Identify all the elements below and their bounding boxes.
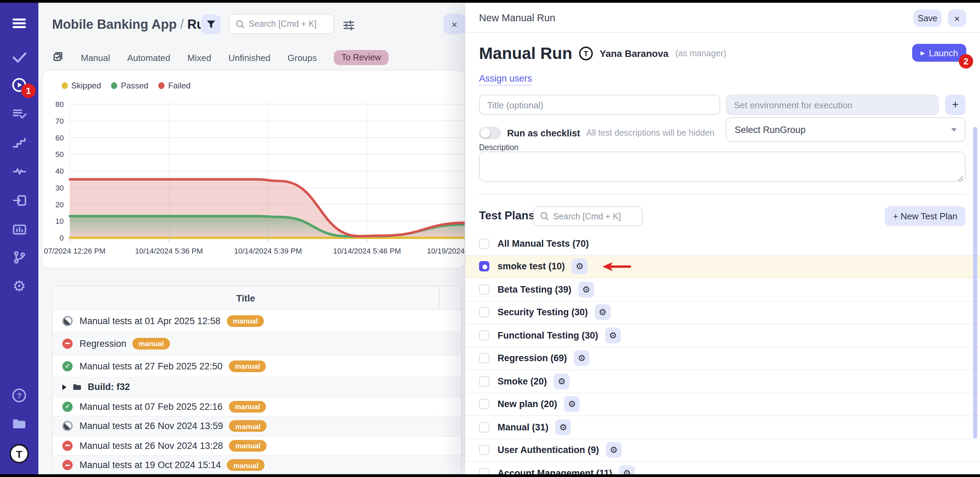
select-runs-icon[interactable] [52,50,64,65]
test-plan-row[interactable]: Security Testing (30)⚙ [465,301,980,324]
tests-check-icon[interactable] [11,49,27,65]
test-plan-row[interactable]: Account Management (11)⚙ [465,462,980,474]
svg-text:10/14/2024 5:36 PM: 10/14/2024 5:36 PM [135,247,203,255]
filter-button[interactable] [201,14,221,34]
run-row[interactable]: Manual tests at 19 Oct 2024 15:14manual [53,456,461,474]
owner-avatar: T [579,47,593,60]
test-plans-search-input[interactable] [553,211,636,221]
plan-settings-gear-icon[interactable]: ⚙ [554,374,570,389]
run-as-checklist-toggle[interactable] [479,127,501,139]
plan-settings-gear-icon[interactable]: ⚙ [606,442,622,458]
plan-checkbox[interactable] [479,376,489,386]
plan-checkbox[interactable] [479,238,489,249]
runs-table-body: Manual tests at 01 Apr 2025 12:58manualR… [53,310,461,474]
plan-label: Regression (69) [498,353,567,364]
run-row[interactable]: Manual tests at 26 Nov 2024 13:28manual [53,436,461,456]
plan-checkbox[interactable] [479,285,489,295]
svg-text:10/19/2024: 10/19/2024 [427,247,465,255]
assign-users-link[interactable]: Assign users [479,73,532,86]
docs-folder-icon[interactable] [11,415,27,432]
tab-manual[interactable]: Manual [81,52,110,63]
app-window: ⚙ ? T 1 Mobile Banking App/Runs × [0,3,980,474]
close-runs-panel-button[interactable]: × [444,14,465,34]
test-plan-row[interactable]: Manual (31)⚙ [465,416,980,439]
adjustments-sliders-icon[interactable] [340,17,357,33]
rungroup-select[interactable]: Select RunGroup [726,117,966,142]
test-plan-row[interactable]: New plan (20)⚙ [465,393,980,416]
run-row[interactable]: ✓Manual tests at 07 Feb 2025 22:16manual [53,397,461,417]
manual-badge: manual [133,337,170,349]
svg-text:30: 30 [56,184,64,192]
test-plan-row[interactable]: All Manual Tests (70) [465,232,980,255]
plan-checkbox[interactable] [479,330,489,340]
plan-settings-gear-icon[interactable]: ⚙ [605,328,621,343]
menu-icon[interactable] [11,15,27,32]
run-title: Manual tests at 19 Oct 2024 15:14 [80,460,221,471]
drawer-close-button[interactable]: × [948,10,966,27]
plan-checkbox[interactable] [479,445,489,455]
plan-checkbox[interactable] [479,422,489,432]
test-plan-row[interactable]: smoke test (10)⚙ [465,255,980,278]
help-icon[interactable]: ? [11,387,27,404]
tab-to-review[interactable]: To Review [334,50,388,65]
milestones-steps-icon[interactable] [11,134,27,151]
test-plan-row[interactable]: Functional Testing (30)⚙ [465,324,980,347]
test-plan-row[interactable]: User Authentication (9)⚙ [465,439,980,462]
run-row[interactable]: Build: f32 [53,378,461,397]
new-test-plan-button[interactable]: + New Test Plan [885,206,966,226]
column-divider [439,286,439,310]
description-textarea[interactable] [479,151,966,181]
run-title-input[interactable] [479,95,720,115]
tab-groups[interactable]: Groups [288,52,317,63]
settings-gear-icon[interactable]: ⚙ [11,278,27,295]
resize-handle-icon[interactable] [958,175,964,181]
add-environment-button[interactable]: + [945,95,966,115]
plan-settings-gear-icon[interactable]: ⚙ [578,282,594,297]
pulse-icon[interactable] [11,162,27,179]
breadcrumb-project[interactable]: Mobile Banking App [52,17,177,32]
tab-unfinished[interactable]: Unfinished [228,52,270,63]
plan-settings-gear-icon[interactable]: ⚙ [572,259,588,275]
column-header-title: Title [53,286,439,310]
plan-settings-gear-icon[interactable]: ⚙ [564,396,580,412]
app-logo[interactable]: T [10,444,29,463]
launch-button[interactable]: ▶ Launch [912,44,966,62]
tab-automated[interactable]: Automated [127,52,170,63]
chevron-right-icon[interactable] [62,385,67,390]
import-icon[interactable] [11,192,27,208]
plan-settings-gear-icon[interactable]: ⚙ [619,465,635,475]
test-plan-row[interactable]: Beta Testing (39)⚙ [465,278,980,301]
chart-legend: SkippedPassedFailed [62,81,191,91]
test-plan-row[interactable]: Regression (69)⚙ [465,347,980,370]
run-list-icon[interactable] [11,105,27,122]
branches-icon[interactable] [11,249,27,265]
run-title: Manual tests at 01 Apr 2025 12:58 [80,316,220,326]
plan-checkbox[interactable] [479,399,489,410]
plan-checkbox[interactable] [479,353,489,364]
new-manual-run-drawer: New Manual Run Save × Manual Run T Yana … [465,3,980,474]
plan-checkbox[interactable] [479,307,489,318]
plan-label: smoke test (10) [498,261,565,272]
plan-label: Functional Testing (30) [498,330,598,340]
run-row[interactable]: ✓Manual tests at 27 Feb 2025 22:50manual [53,355,461,378]
reports-icon[interactable] [11,221,27,237]
plan-settings-gear-icon[interactable]: ⚙ [574,351,590,366]
test-plan-row[interactable]: Smoke (20)⚙ [465,370,980,393]
legend-label: Skipped [71,81,101,91]
chevron-down-icon [951,128,957,131]
run-row[interactable]: Regressionmanual [53,332,461,355]
run-row[interactable]: Manual tests at 01 Apr 2025 12:58manual [53,310,461,332]
plan-checkbox[interactable] [479,261,489,272]
run-row[interactable]: Manual tests at 26 Nov 2024 13:59manual [53,417,461,436]
avatar-letter: T [584,49,588,57]
runs-search-input[interactable] [249,19,328,29]
environment-input[interactable] [726,95,939,115]
tab-mixed[interactable]: Mixed [188,52,211,63]
save-button[interactable]: Save [913,10,942,27]
plan-checkbox[interactable] [479,468,489,475]
plan-settings-gear-icon[interactable]: ⚙ [595,305,611,320]
run-heading-row: Manual Run T Yana Baranova (as manager) [479,44,726,63]
legend-dot [111,82,118,89]
plan-settings-gear-icon[interactable]: ⚙ [555,420,571,435]
drawer-scrollbar-thumb[interactable] [973,127,977,439]
